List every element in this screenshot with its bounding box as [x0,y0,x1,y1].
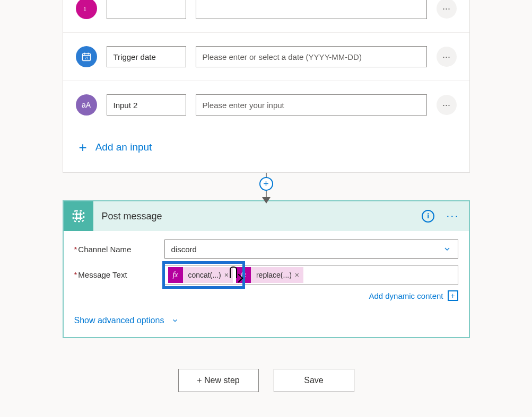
trigger-param-row: aA Input 2 Please enter your input ··· [63,81,469,129]
param-name-input[interactable] [107,0,186,19]
token-text: concat(...) [188,271,221,279]
fx-icon: fx [236,267,251,283]
info-icon[interactable]: i [422,210,434,223]
action-header[interactable]: Post message i ··· [64,201,469,231]
text-icon: aA [76,94,97,116]
save-button[interactable]: Save [274,369,354,392]
param-value-input[interactable] [196,0,427,19]
svg-rect-6 [73,211,84,221]
add-input-label: Add an input [95,141,152,153]
message-label: *Message Text [74,265,164,279]
action-card: Post message i ··· *Channel Name discord [63,200,470,338]
action-title: Post message [93,211,422,222]
message-row: *Message Text fx concat(...) × fx replac… [74,265,458,301]
plus-icon: + [79,140,87,154]
add-input-button[interactable]: + Add an input [63,129,469,167]
channel-row: *Channel Name discord [74,239,458,259]
slack-icon [64,201,93,231]
remove-token-icon[interactable]: × [295,271,299,279]
new-step-button[interactable]: + New step [178,369,259,392]
svg-text:21: 21 [84,56,89,60]
channel-label: *Channel Name [74,239,164,254]
number-icon: 1 [76,0,97,19]
param-value-input[interactable]: Please enter your input [196,94,427,116]
message-input[interactable]: fx concat(...) × fx replace(...) × [164,265,458,285]
param-menu-button[interactable]: ··· [437,47,457,67]
action-menu-button[interactable]: ··· [444,207,461,225]
svg-text:1: 1 [83,5,86,13]
trigger-card: 1 ··· 21 Trigger date Please enter or se… [63,0,470,173]
arrow-down-icon [262,197,271,203]
param-menu-button[interactable]: ··· [437,95,457,115]
trigger-param-row: 21 Trigger date Please enter or select a… [63,32,469,81]
add-dynamic-content-link[interactable]: Add dynamic content [369,291,443,300]
chevron-down-icon [171,317,179,324]
fx-icon: fx [168,267,183,283]
chevron-down-icon [443,245,451,253]
param-value-input[interactable]: Please enter or select a date (YYYY-MM-D… [196,46,427,67]
dynamic-content-icon[interactable]: + [448,290,458,301]
param-menu-button[interactable]: ··· [437,0,457,19]
token-text: replace(...) [256,271,292,279]
param-name-input[interactable]: Trigger date [107,46,186,67]
footer-actions: + New step Save [178,369,354,392]
show-advanced-link[interactable]: Show advanced options [74,316,458,325]
flow-connector: + [258,173,274,200]
expression-token[interactable]: fx concat(...) × [168,267,233,283]
expression-token[interactable]: fx replace(...) × [236,267,303,283]
insert-step-button[interactable]: + [259,177,273,191]
action-body: *Channel Name discord *Message Text [64,231,469,337]
channel-value: discord [171,245,197,254]
remove-token-icon[interactable]: × [224,271,229,279]
channel-select[interactable]: discord [164,239,458,259]
trigger-param-row: 1 ··· [63,0,469,32]
calendar-icon: 21 [76,46,97,67]
param-name-input[interactable]: Input 2 [107,94,186,116]
